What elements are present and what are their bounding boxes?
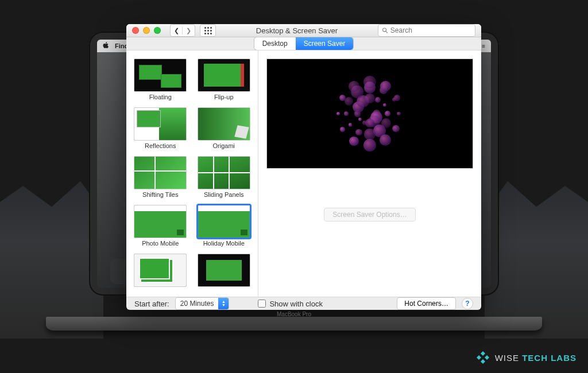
search-icon	[382, 27, 388, 34]
syspref-window: ❮ ❯ Desktop & Screen Saver Desktop Scree…	[126, 24, 481, 303]
search-input[interactable]	[390, 26, 471, 34]
saver-item-extra2[interactable]	[195, 251, 254, 291]
saver-thumbnail	[198, 156, 250, 189]
saver-thumbnail	[134, 107, 187, 141]
titlebar: ❮ ❯ Desktop & Screen Saver	[126, 24, 481, 37]
saver-preview	[266, 59, 473, 169]
saver-thumbnail	[134, 205, 187, 238]
tab-desktop[interactable]: Desktop	[254, 37, 296, 50]
watermark: WISE TECH LABS	[475, 350, 577, 365]
saver-label: Flip-up	[214, 94, 234, 100]
content-area: FloatingFlip-upReflectionsOrigamiShiftin…	[126, 50, 481, 297]
svg-marker-4	[485, 355, 489, 360]
chevron-left-icon: ❮	[171, 27, 183, 34]
saver-thumbnail	[198, 205, 250, 238]
saver-thumbnail	[134, 156, 187, 189]
saver-label: Origami	[212, 142, 235, 149]
saver-label: Floating	[149, 94, 172, 100]
svg-marker-2	[481, 351, 485, 356]
select-arrows-icon: ▲▼	[218, 298, 229, 309]
search-field[interactable]	[378, 24, 475, 37]
saver-thumbnail	[198, 254, 250, 287]
minimize-button[interactable]	[143, 27, 150, 34]
watermark-text-2: TECH LABS	[522, 353, 577, 363]
preview-pane: Screen Saver Options…	[258, 50, 481, 297]
saver-item-floating[interactable]: Floating	[131, 56, 190, 103]
chevron-right-icon: ❯	[183, 27, 195, 34]
window-title: Desktop & Screen Saver	[256, 26, 338, 35]
hot-corners-button[interactable]: Hot Corners…	[397, 297, 456, 310]
apple-logo-icon	[103, 42, 109, 50]
saver-label: Reflections	[145, 142, 176, 149]
saver-thumbnail	[134, 254, 187, 287]
start-after-value: 20 Minutes	[180, 300, 214, 308]
saver-label: Sliding Panels	[204, 191, 244, 198]
help-button[interactable]: ?	[462, 298, 473, 309]
svg-marker-5	[481, 359, 485, 364]
window-controls	[132, 27, 161, 34]
show-with-clock-checkbox[interactable]: Show with clock	[258, 300, 322, 308]
saver-thumbnail	[134, 59, 187, 92]
saver-item-flipup[interactable]: Flip-up	[195, 56, 254, 103]
svg-point-0	[382, 28, 386, 32]
footer-bar: Start after: 20 Minutes ▲▼ Show with clo…	[126, 297, 481, 310]
tab-bar: Desktop Screen Saver	[126, 37, 481, 50]
saver-list[interactable]: FloatingFlip-upReflectionsOrigamiShiftin…	[126, 50, 258, 297]
start-after-label: Start after:	[134, 300, 169, 308]
show-with-clock-label: Show with clock	[269, 300, 322, 308]
saver-item-origami[interactable]: Origami	[195, 105, 254, 151]
tab-screen-saver[interactable]: Screen Saver	[296, 37, 354, 50]
saver-item-shifting[interactable]: Shifting Tiles	[131, 154, 190, 200]
screen-saver-options-button[interactable]: Screen Saver Options…	[324, 208, 415, 222]
tab-segmented-control: Desktop Screen Saver	[254, 37, 354, 50]
saver-label: Photo Mobile	[142, 240, 179, 247]
grid-icon	[204, 27, 212, 34]
zoom-button[interactable]	[154, 27, 161, 34]
saver-item-sliding[interactable]: Sliding Panels	[195, 154, 254, 200]
saver-item-photomobile[interactable]: Photo Mobile	[131, 203, 190, 249]
saver-item-holidaymobile[interactable]: Holiday Mobile	[195, 203, 254, 249]
saver-thumbnail	[198, 59, 250, 92]
close-button[interactable]	[132, 27, 139, 34]
nav-back-forward[interactable]: ❮ ❯	[170, 24, 195, 37]
start-after-select[interactable]: 20 Minutes ▲▼	[175, 297, 230, 310]
saver-item-reflections[interactable]: Reflections	[131, 105, 190, 151]
show-all-button[interactable]	[200, 24, 216, 37]
svg-marker-3	[477, 355, 481, 360]
show-with-clock-input[interactable]	[258, 300, 266, 308]
macbook-base	[46, 317, 542, 331]
svg-line-1	[386, 32, 388, 33]
watermark-logo-icon	[475, 350, 490, 365]
preview-graphic	[327, 71, 413, 157]
saver-label: Shifting Tiles	[142, 191, 178, 198]
watermark-text-1: WISE	[495, 353, 519, 363]
saver-item-extra1[interactable]	[131, 251, 190, 291]
saver-thumbnail	[198, 107, 250, 141]
saver-label: Holiday Mobile	[203, 240, 245, 247]
